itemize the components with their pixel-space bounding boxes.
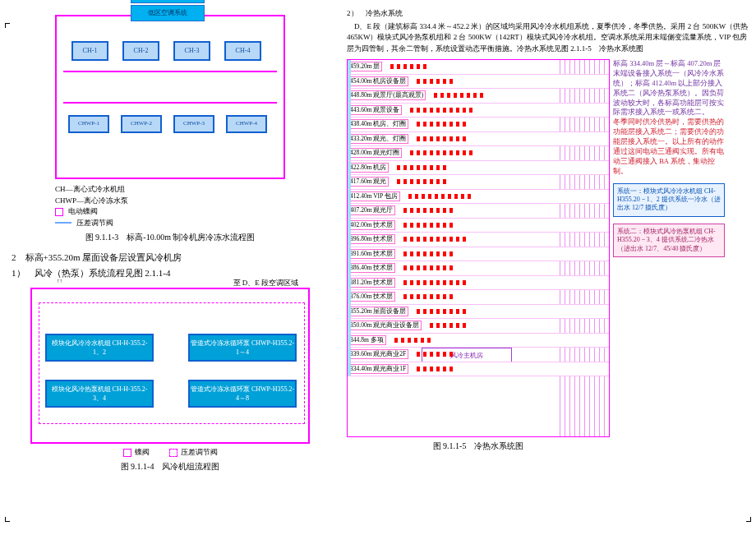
- heat-exchanger-box: 板式热交换器 HX-1B4.4-1、2: [131, 0, 205, 3]
- floor-label: 334.40m 观光商业1F: [348, 364, 408, 374]
- floor-row: 344.8m 多项: [348, 334, 609, 348]
- floor-label: 381.20m 技术层: [348, 278, 395, 288]
- terminal-units: [429, 91, 609, 99]
- section-2-heading: 2 标高+355.20m 屋面设备层设置风冷机房: [12, 251, 334, 264]
- diagram-9-1-1-4: ↑↑ 至 D、E 段空调区域 模块化风冷冷水机组 CH-H-355.2-1、2 …: [30, 288, 310, 444]
- diagram-9-1-1-5-wrap: 风冷主机房 459.20m 层454.00m 机房设备层448.80m 观景厅(…: [347, 59, 749, 437]
- air-cooled-heatpump-module: 模块化风冷热泵机组 CH-H-355.2-3、4: [45, 380, 154, 408]
- floor-row: 448.80m 观景厅(最高观景): [348, 89, 609, 104]
- inline-pump-module-a: 管道式冷冻水循环泵 CHWP-H355.2-1～4: [188, 334, 297, 362]
- to-zone-note: 至 D、E 段空调区域: [233, 278, 299, 288]
- dp-valve-symbol-icon: [55, 222, 71, 224]
- floor-label: 407.20m 观光厅: [348, 205, 395, 215]
- terminal-units: [412, 350, 609, 358]
- terminal-units: [390, 336, 609, 344]
- floor-row: 355.20m 屋面设备层: [348, 305, 609, 320]
- terminal-units: [385, 62, 609, 71]
- inline-pump-module-b: 管道式冷冻水循环泵 CHWP-H355.2-4～8: [188, 380, 297, 408]
- floor-label: 422.80m 机房: [348, 163, 389, 173]
- terminal-units: [399, 279, 609, 287]
- floor-label: 344.8m 多项: [348, 335, 386, 345]
- valve-symbol-icon: [55, 208, 63, 216]
- dp-valve-icon: [169, 449, 177, 457]
- chw-system-riser-diagram: 风冷主机房 459.20m 层454.00m 机房设备层448.80m 观景厅(…: [347, 59, 610, 437]
- terminal-units: [392, 164, 609, 172]
- note-main: 标高 334.40m 层～标高 407.20m 层末端设备接入系统一（风冷冷水系…: [613, 59, 725, 118]
- low-zone-system-box: 低区空调系统: [131, 5, 205, 21]
- callout-system-1: 系统一：模块式风冷冷水机组 CH-H355.20－1、2 提供系统一冷水（进出水…: [613, 183, 725, 217]
- floor-label: 438.40m 机房、灯圈: [348, 119, 408, 129]
- floor-row: 402.00m 技术层: [348, 219, 609, 233]
- terminal-units: [412, 135, 609, 143]
- floor-row: 407.20m 观光厅: [348, 204, 609, 219]
- floor-row: 386.40m 技术层: [348, 261, 609, 276]
- arrow-mark-icon: ↑↑: [57, 278, 62, 284]
- floor-label: 454.00m 机房设备层: [348, 76, 408, 86]
- floor-row: 454.00m 机房设备层: [348, 75, 609, 90]
- note-winter: 冬季同时供冷供热时，需要供热的功能层接入系统二；需要供冷的功能层接入系统一。以上…: [613, 118, 725, 176]
- terminal-units: [399, 235, 609, 243]
- floor-label: 428.00m 观光灯圈: [348, 148, 402, 158]
- floor-label: 386.40m 技术层: [348, 263, 395, 273]
- terminal-units: [405, 106, 609, 114]
- floor-row: 339.60m 观光商业2F: [348, 348, 609, 362]
- floor-label: 376.00m 技术层: [348, 292, 395, 302]
- floor-label: 459.20m 层: [348, 62, 382, 71]
- supply-pipe: [63, 71, 277, 72]
- butterfly-valve-icon: [123, 449, 131, 457]
- diagram-2-legend: 蝶阀 压差调节阀: [30, 447, 310, 458]
- legend-text: 电动蝶阀: [68, 206, 98, 218]
- pump-4: CHWP-4: [226, 115, 267, 133]
- floor-row: 433.20m 观光、灯圈: [348, 132, 609, 147]
- air-cooled-chiller-module: 模块化风冷冷水机组 CH-H-355.2-1、2: [45, 334, 154, 362]
- terminal-units: [399, 221, 609, 229]
- page: 板式热交换器 HX-1B4.4-1、2 低区空调系统 CH-1 CH-2 CH-…: [0, 0, 756, 535]
- callout-system-2: 系统二：模块式风冷热泵机组 CH-H355.20－3、4 提供系统二冷热水（进出…: [613, 224, 725, 257]
- body-paragraph: D、E 段（建筑标高 334.4 米～452.2 米）的区域均采用风冷冷水机组系…: [347, 21, 749, 55]
- subsection-heading: 2） 冷热水系统: [347, 8, 749, 20]
- chiller-3: CH-3: [173, 41, 210, 61]
- floor-label: 391.60m 技术层: [348, 249, 395, 259]
- floor-row: 412.40m VIP 包房: [348, 190, 609, 205]
- legend-text: 压差调节阀: [76, 218, 113, 229]
- chiller-4: CH-4: [224, 41, 261, 61]
- floor-row: 443.60m 观景设备: [348, 104, 609, 118]
- terminal-units: [392, 178, 609, 186]
- pump-3: CHWP-3: [173, 115, 214, 133]
- floor-row: 376.00m 技术层: [348, 290, 609, 305]
- floor-row: 417.60m 观光: [348, 175, 609, 190]
- floor-row: 334.40m 观光商业1F: [348, 362, 609, 377]
- terminal-units: [412, 120, 609, 128]
- floor-label: 396.80m 技术层: [348, 234, 395, 244]
- pump-2: CHWP-2: [121, 115, 162, 133]
- legend-text: 压差调节阀: [181, 448, 218, 456]
- terminal-units: [425, 321, 609, 330]
- diagram-9-1-1-3: 板式热交换器 HX-1B4.4-1、2 低区空调系统 CH-1 CH-2 CH-…: [55, 15, 285, 179]
- figure-caption: 图 9.1.1-4 风冷机组流程图: [7, 461, 334, 473]
- floor-label: 412.40m VIP 包房: [348, 191, 400, 201]
- diagram-1-legend: CH—离心式冷水机组 CHWP—离心冷冻水泵 电动蝶阀 压差调节阀: [55, 184, 285, 228]
- terminal-units: [399, 206, 609, 214]
- floor-row: 438.40m 机房、灯圈: [348, 118, 609, 132]
- terminal-units: [412, 307, 609, 316]
- legend-text: CHWP—离心冷冻水泵: [55, 196, 128, 207]
- floor-label: 339.60m 观光商业2F: [348, 349, 408, 359]
- side-notes: 标高 334.40m 层～标高 407.20m 层末端设备接入系统一（风冷冷水系…: [610, 59, 725, 437]
- floor-label: 355.20m 屋面设备层: [348, 307, 408, 316]
- terminal-units: [399, 293, 609, 301]
- floor-row: 422.80m 机房: [348, 161, 609, 176]
- terminal-units: [412, 77, 609, 85]
- floor-label: 448.80m 观景厅(最高观景): [348, 90, 426, 100]
- chiller-1: CH-1: [71, 41, 108, 61]
- terminal-units: [403, 192, 609, 201]
- right-column: 2） 冷热水系统 D、E 段（建筑标高 334.4 米～452.2 米）的区域均…: [340, 0, 756, 535]
- return-pipe: [63, 102, 277, 104]
- floor-row: 350.00m 观光商业设备层: [348, 319, 609, 334]
- floor-row: 428.00m 观光灯圈: [348, 146, 609, 161]
- left-column: 板式热交换器 HX-1B4.4-1、2 低区空调系统 CH-1 CH-2 CH-…: [0, 0, 340, 535]
- terminal-units: [405, 149, 609, 157]
- terminal-units: [399, 250, 609, 258]
- floor-label: 402.00m 技术层: [348, 220, 395, 230]
- chiller-2: CH-2: [122, 41, 159, 61]
- floor-row: 459.20m 层: [348, 60, 609, 75]
